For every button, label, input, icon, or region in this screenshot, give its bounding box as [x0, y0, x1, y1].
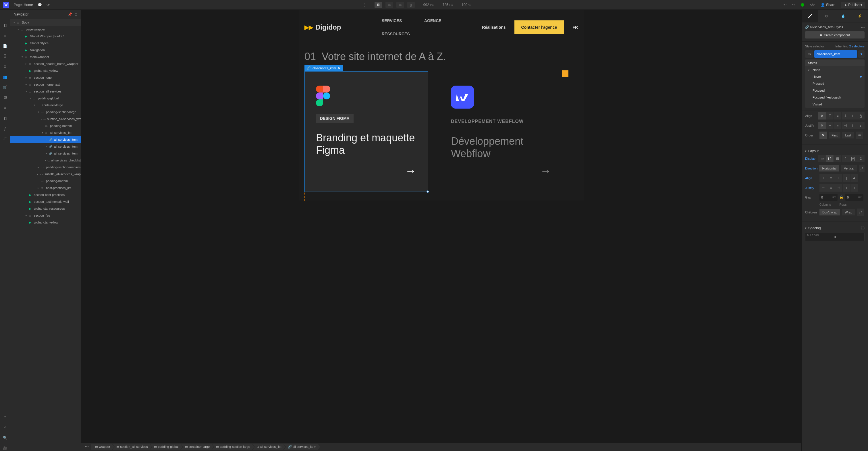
gap-rows-input[interactable]: PX	[845, 194, 863, 201]
align-start-button[interactable]: ⊤	[826, 112, 834, 120]
redo-icon[interactable]: ↷	[792, 3, 795, 7]
tree-node-section-best-practices[interactable]: ◆section-best-practices	[10, 191, 81, 198]
align-start-button[interactable]: ⊤	[819, 174, 827, 182]
breadcrumb-item[interactable]: ⊞ all-services_list	[252, 444, 285, 450]
tablet-breakpoint-button[interactable]: ▭	[385, 2, 393, 8]
tree-node-all-services-checklist-w[interactable]: ▸▭all-services_checklist_w	[10, 157, 81, 164]
display-flex-button[interactable]: ⫿⫿	[826, 155, 834, 162]
breadcrumb-item[interactable]: ▭ container-large	[181, 444, 214, 450]
align-baseline-button[interactable]: A̲	[850, 174, 858, 182]
help-icon[interactable]: ?	[2, 414, 8, 420]
tree-node-padding-bottom[interactable]: ▭padding-bottom	[10, 122, 81, 129]
display-none-button[interactable]: ⊘	[857, 155, 865, 162]
nav-services[interactable]: SERVICES	[382, 19, 410, 23]
layout-section-header[interactable]: ▾Layout	[805, 147, 865, 155]
display-grid-button[interactable]: ⊞	[834, 155, 841, 162]
justify-between-button[interactable]: ⫿	[843, 184, 850, 191]
spacing-section-header[interactable]: ▾Spacing ⛶	[805, 224, 865, 232]
nav-agence[interactable]: AGENCE	[424, 19, 441, 23]
breadcrumb-item[interactable]: ▭ padding-global	[150, 444, 182, 450]
state-dropdown-button[interactable]: ▾	[858, 50, 865, 58]
tree-node-subtitle-all-services-wrap[interactable]: ▸▭subtitle_all-services_wrap	[10, 171, 81, 178]
dont-wrap-button[interactable]: Don't wrap	[819, 209, 840, 215]
comment-icon[interactable]: 💬	[38, 3, 42, 7]
gap-columns-input[interactable]: PX	[819, 194, 838, 201]
breadcrumb-item[interactable]: ▭ wrapper	[91, 444, 114, 450]
direction-reverse-button[interactable]: ⇄	[859, 164, 865, 172]
tree-node-padding-bottom[interactable]: ▭padding-bottom	[10, 178, 81, 184]
lock-icon[interactable]: 🔒	[839, 196, 844, 199]
display-inline-block-button[interactable]: ▯	[842, 155, 849, 162]
tree-node-all-services-item[interactable]: ▸🔗all-services_item	[10, 150, 81, 157]
state-pressed[interactable]: Pressed	[805, 80, 865, 87]
justify-center-button[interactable]: ≡	[834, 122, 841, 129]
order-last-button[interactable]: Last	[842, 132, 854, 139]
tree-node-global-cta-ressources[interactable]: ◆global-cta_ressources	[10, 205, 81, 212]
interactions-tab[interactable]: 💧	[835, 10, 851, 22]
webflow-logo-icon[interactable]: W	[3, 2, 9, 8]
justify-end-button[interactable]: ⊣	[835, 184, 842, 191]
state-focused[interactable]: Focused	[805, 87, 865, 94]
state-none[interactable]: None	[805, 66, 865, 73]
toolbar-more-icon[interactable]: ⋮	[363, 3, 366, 7]
search-icon[interactable]: 🔍	[2, 435, 8, 441]
preview-icon[interactable]: 👁	[46, 3, 50, 7]
desktop-breakpoint-button[interactable]: 🖥	[375, 2, 382, 8]
tree-node-section-faq[interactable]: ▸▭section_faq	[10, 212, 81, 219]
tree-node-section-testimonials-wall[interactable]: ◆section_testimonials-wall	[10, 198, 81, 205]
video-icon[interactable]: 🎥	[2, 445, 8, 451]
publish-button[interactable]: ▲ Publish ▾	[841, 2, 865, 8]
share-button[interactable]: 👤 Share	[820, 3, 835, 7]
code-export-icon[interactable]: </>	[810, 3, 815, 7]
justify-end-button[interactable]: ⊣	[842, 122, 849, 129]
breadcrumb-item[interactable]: ▭ padding-section-large	[212, 444, 254, 450]
users-icon[interactable]: 👥	[2, 74, 8, 80]
tree-node-global-cta-yellow[interactable]: ◆global-cta_yellow	[10, 67, 81, 74]
bracket-icon[interactable]: {F	[2, 136, 8, 142]
tree-node-subtitle-all-services-wrap[interactable]: ▸▭subtitle_all-services_wrap	[10, 116, 81, 122]
align-none-button[interactable]: ✕	[818, 112, 826, 120]
language-toggle[interactable]: FR	[572, 25, 578, 30]
tree-node-global-styles[interactable]: ◆Global Styles	[10, 40, 81, 47]
inheriting-info[interactable]: Inheriting 2 selectors	[835, 44, 865, 48]
tree-node-body[interactable]: ▾▭Body	[10, 19, 81, 26]
order-first-button[interactable]: First	[829, 132, 840, 139]
align-stretch-button[interactable]: ⫿	[843, 174, 850, 182]
tree-node-section-logo[interactable]: ▸▭section_logo	[10, 74, 81, 81]
nav-realisations[interactable]: Réalisations	[482, 25, 505, 30]
tree-node-padding-section-large[interactable]: ▾▭padding-section-large	[10, 109, 81, 116]
wrap-button[interactable]: Wrap	[842, 209, 855, 215]
add-element-icon[interactable]: +	[2, 12, 8, 18]
mobile-portrait-button[interactable]: ▯	[407, 2, 415, 8]
undo-icon[interactable]: ↶	[783, 3, 786, 7]
selector-type-icon[interactable]: ▭	[805, 50, 813, 58]
tree-node-main-wrapper[interactable]: ▾▭main-wrapper	[10, 54, 81, 60]
tree-node-section-header-home-wrapper[interactable]: ▸▭section_header_home_wrapper	[10, 60, 81, 67]
more-icon[interactable]: •••	[861, 26, 865, 29]
justify-around-button[interactable]: ⫾	[857, 122, 865, 129]
tree-node-navigation[interactable]: ◆Navigation	[10, 47, 81, 54]
justify-start-button[interactable]: ⊢	[819, 184, 827, 191]
tree-node-page-wrapper[interactable]: ▾▭page-wrapper	[10, 26, 81, 33]
display-inline-button[interactable]: |A|	[849, 155, 857, 162]
pages-icon[interactable]: 📄	[2, 43, 8, 49]
site-logo[interactable]: ▶▶ Digidop	[305, 23, 341, 31]
settings-tab[interactable]: ⚙	[818, 10, 835, 22]
service-card-2[interactable]: DÉVELOPPEMENT WEBFLOW Développement Webf…	[439, 71, 563, 192]
assets-icon[interactable]: 🖼	[2, 95, 8, 100]
box-icon[interactable]: ◧	[2, 22, 8, 28]
canvas-width[interactable]: 992 PX	[423, 3, 434, 7]
wrap-reverse-button[interactable]: ⇄	[857, 209, 864, 216]
align-end-button[interactable]: ⊥	[842, 112, 849, 120]
pin-icon[interactable]: 📌	[68, 12, 72, 17]
effects-tab[interactable]: ⚡	[851, 10, 868, 22]
audit-icon[interactable]: ✓	[2, 425, 8, 430]
service-card-1[interactable]: 🔗 all-services_item ⚙ DESIGN FIGMA	[305, 71, 428, 192]
spacing-expand-icon[interactable]: ⛶	[861, 226, 865, 230]
align-stretch-button[interactable]: ⫿	[849, 112, 857, 120]
justify-between-button[interactable]: ⫿	[849, 122, 857, 129]
justify-around-button[interactable]: ⫾	[850, 184, 858, 191]
tree-node-padding-global[interactable]: ▾▭padding-global	[10, 95, 81, 102]
finsweet-icon[interactable]: ƒ	[2, 126, 8, 131]
margin-box[interactable]: MARGIN 0	[805, 233, 865, 241]
